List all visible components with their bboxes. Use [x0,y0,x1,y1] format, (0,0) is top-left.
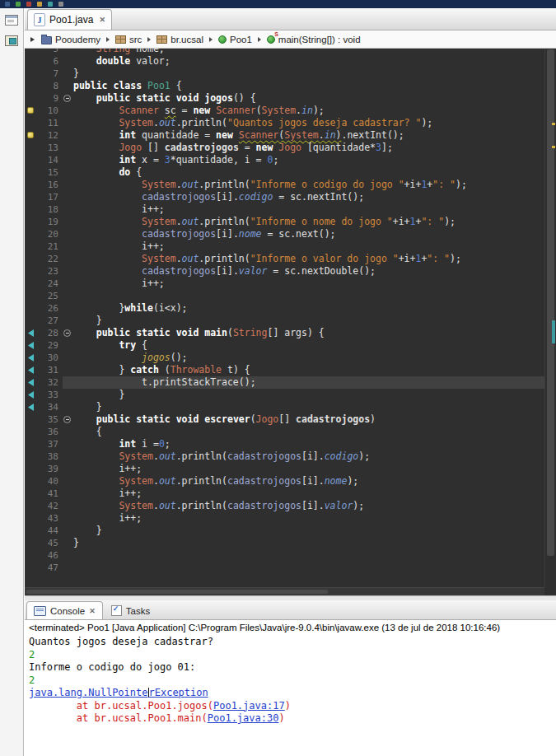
code-line[interactable]: 22 System.out.println("Informe o valor d… [25,253,544,265]
code-line[interactable]: 10 Scanner sc = new Scanner(System.in); [25,105,544,117]
code-token: cadastrojogos [142,265,216,277]
console-view[interactable]: <terminated> Poo1 [Java Application] C:\… [25,620,556,756]
package-explorer-icon[interactable] [5,35,18,46]
stack-trace-link[interactable]: java.lang.NullPointe [29,687,148,698]
line-number: 30 [36,352,63,364]
code-line[interactable]: 9 public static void jogos() { [25,92,544,105]
code-line[interactable]: 5 String nome; [25,49,544,55]
breadcrumb-item-pooudemy[interactable]: Pooudemy [40,34,102,45]
annotation-ruler-cell [25,105,36,117]
warning-icon[interactable] [27,107,34,114]
annotation-ruler-cell [25,179,36,191]
code-line[interactable]: 28 public static void main(String[] args… [25,327,544,339]
code-line[interactable]: 45} [25,537,544,549]
editor-tab-poo1-java[interactable]: Poo1.java [27,9,112,30]
code-token [73,327,96,338]
close-view-icon[interactable] [89,607,96,615]
breadcrumb-label: Pooudemy [55,35,100,44]
horizontal-scrollbar-thumb[interactable] [26,590,328,594]
code-line[interactable]: 33 } [25,389,544,401]
code-line[interactable]: 31 } catch (Throwable t) { [25,364,544,376]
code-line[interactable]: 13 Jogo [] cadastrojogos = new Jogo [qua… [25,142,544,154]
code-line[interactable]: 17 cadastrojogos[i].codigo = sc.nextInt(… [25,191,544,203]
annotation-ruler-cell [25,142,36,154]
restore-view-icon[interactable] [5,15,18,26]
code-line[interactable]: 30 jogos(); [25,352,544,364]
overview-occurrence-marker[interactable] [552,320,555,343]
warning-icon[interactable] [27,132,34,138]
code-line[interactable]: 8public class Poo1 { [25,80,544,92]
code-line[interactable]: 6 double valor; [25,55,544,68]
code-token: . [153,117,159,128]
code-line[interactable]: 7} [25,68,544,80]
code-line[interactable]: 19 System.out.println("Informe o nome do… [25,216,544,228]
console-line: Informe o codigo do jogo 01: [29,661,556,674]
code-token: .println( [199,179,250,190]
fold-collapse-icon[interactable] [63,329,71,337]
code-line[interactable]: 47 [25,562,544,574]
code-line[interactable]: 43 i++; [25,512,544,525]
code-line[interactable]: 46 [25,549,544,562]
taskbar-icon-5[interactable] [48,2,53,7]
code-line[interactable]: 18 i++; [25,203,544,216]
code-line[interactable]: 24 i++; [25,278,544,290]
code-text: cadastrojogos[i].codigo = sc.nextInt(); [73,191,544,203]
close-tab-icon[interactable] [99,16,105,24]
code-line[interactable]: 42 System.out.println(cadastrojogos[i].v… [25,500,544,512]
code-line[interactable]: 32 t.printStackTrace(); [25,376,544,389]
breadcrumb-item-src[interactable]: src [114,34,143,45]
fold-collapse-icon[interactable] [63,95,71,102]
code-line[interactable]: 40 System.out.println(cadastrojogos[i].n… [25,475,544,488]
view-tab-tasks[interactable]: Tasks [105,602,157,619]
code-token: out [182,179,199,190]
code-line[interactable]: 34 } [25,401,544,413]
code-line[interactable]: 11 System.out.println("Quantos jogos des… [25,117,544,129]
code-text: } [73,68,544,80]
code-line[interactable]: 39 i++; [25,463,544,475]
breadcrumb-item-br-ucsal[interactable]: br.ucsal [155,34,205,45]
taskbar-icon-3[interactable] [26,2,31,7]
taskbar-icon-1[interactable] [5,2,10,7]
code-line[interactable]: 38 System.out.println(cadastrojogos[i].c… [25,450,544,463]
code-line[interactable]: 14 int x = 3*quantidade, i = 0; [25,154,544,166]
code-line[interactable]: 12 int quantidade = new Scanner(System.i… [25,129,544,142]
view-tab-console[interactable]: Console [26,601,103,619]
code-line[interactable]: 25 [25,290,544,302]
taskbar-icon-2[interactable] [16,2,21,7]
overview-warning-marker[interactable] [552,146,555,148]
overview-warning-marker[interactable] [552,123,555,125]
fold-ruler-cell [63,129,73,142]
code-token: cadastrojogos [296,413,370,425]
code-token: . [153,450,159,462]
code-line[interactable]: 44 } [25,525,544,537]
code-line[interactable]: 29 try { [25,339,544,352]
code-line[interactable]: 27 } [25,315,544,327]
code-line[interactable]: 21 i++; [25,240,544,253]
code-line[interactable]: 35 public static void escrever(Jogo[] ca… [25,413,544,426]
breadcrumb-expand-icon[interactable] [30,37,35,42]
breadcrumb-item-main-string-void[interactable]: main(String[]) : void [265,34,362,45]
code-text: i++; [73,512,544,525]
taskbar-icon-4[interactable] [37,2,42,7]
code-line[interactable]: 23 cadastrojogos[i].valor = sc.nextDoubl… [25,265,544,278]
code-line[interactable]: 15 do { [25,166,544,179]
code-line[interactable]: 41 i++; [25,488,544,500]
fold-ruler-cell [63,525,73,537]
stack-trace-link[interactable]: Poo1.java:30 [208,712,279,724]
stack-trace-link[interactable]: rException [149,687,208,698]
code-line[interactable]: 16 System.out.println("Informe o codigo … [25,179,544,191]
code-line[interactable]: 36 { [25,426,544,438]
code-editor[interactable]: 5 String nome;6 double valor;7}8public c… [25,49,556,595]
taskbar-icon-6[interactable] [58,2,63,7]
console-tab-bar: ConsoleTasks [25,600,556,620]
breadcrumb-item-poo1[interactable]: Poo1 [217,34,254,45]
vertical-scrollbar[interactable] [544,49,556,587]
horizontal-scrollbar[interactable] [25,587,544,595]
fold-collapse-icon[interactable] [63,416,71,423]
code-line[interactable]: 20 cadastrojogos[i].nome = sc.next(); [25,228,544,240]
code-token: System [262,105,297,116]
stack-trace-link[interactable]: Poo1.java:17 [213,700,285,712]
vertical-scrollbar-thumb[interactable] [547,49,554,556]
code-line[interactable]: 37 int i =0; [25,438,544,450]
code-line[interactable]: 26 }while(i<x); [25,302,544,315]
